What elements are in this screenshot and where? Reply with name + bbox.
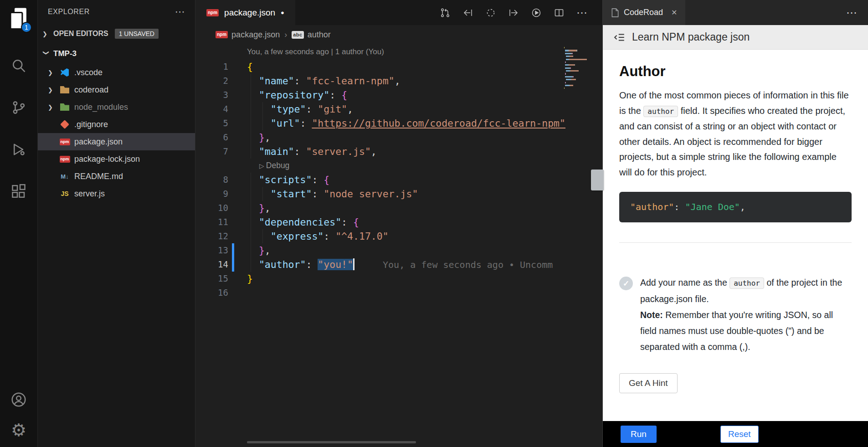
extensions-activity-button[interactable] — [9, 181, 29, 201]
split-editor-icon[interactable] — [553, 7, 565, 19]
close-icon[interactable]: ✕ — [671, 8, 677, 17]
vscode-window: 1 — [0, 0, 868, 447]
breadcrumb-author[interactable]: abc author — [292, 30, 331, 40]
lesson-heading: Author — [619, 63, 852, 80]
explorer-header: EXPLORER ⋯ — [38, 0, 195, 24]
file-item-package-lock.json[interactable]: ❯npmpackage-lock.json — [38, 150, 195, 168]
tutorial-title: Learn NPM package json — [632, 31, 750, 43]
code-line-2[interactable]: 2 "name": "fcc-learn-npm", — [195, 74, 602, 88]
debug-codelens[interactable]: ▷Debug — [259, 159, 602, 173]
panel-tab-bar: CodeRoad ✕ ⋯ — [603, 0, 868, 25]
search-activity-button[interactable] — [9, 56, 29, 76]
file-name: .vscode — [74, 68, 103, 77]
code-line-16[interactable]: 16 — [195, 286, 602, 300]
file-name: README.md — [74, 172, 123, 181]
code-line-12[interactable]: 12 "express": "^4.17.0" — [195, 229, 602, 243]
file-item-server.js[interactable]: ❯JSserver.js — [38, 185, 195, 202]
folder-file-icon — [59, 86, 71, 93]
file-item-coderoad[interactable]: ❯coderoad — [38, 81, 195, 98]
chevron-right-icon: ❯ — [48, 87, 59, 93]
lesson-paragraph: One of the most common pieces of informa… — [619, 88, 852, 180]
file-name: node_modules — [74, 103, 128, 112]
tab-package-json[interactable]: npm package.json ● — [195, 0, 295, 25]
next-change-icon[interactable] — [508, 7, 519, 19]
run-code-icon[interactable] — [530, 7, 542, 19]
code-line-3[interactable]: 3 "repository": { — [195, 88, 602, 102]
folder-node-file-icon — [59, 103, 71, 111]
code-line-4[interactable]: 4 "type": "git", — [195, 102, 602, 116]
breadcrumb-separator: › — [284, 30, 287, 40]
task-note: Note: Remember that you're writing JSON,… — [640, 307, 852, 355]
task-text: Add your name as the author of the proje… — [640, 275, 852, 355]
minimap[interactable] — [564, 47, 587, 93]
explorer-activity-button[interactable]: 1 — [5, 4, 33, 34]
chevron-right-icon: ❯ — [42, 31, 53, 37]
run-debug-activity-button[interactable] — [9, 139, 29, 159]
text-cursor — [353, 258, 354, 270]
file-item-.gitignore[interactable]: ❯.gitignore — [38, 116, 195, 133]
account-icon — [10, 391, 27, 408]
more-actions-icon[interactable]: ⋯ — [576, 7, 588, 19]
scrollbar-handle[interactable] — [591, 170, 604, 190]
file-name: package-lock.json — [74, 154, 140, 164]
extensions-icon — [10, 183, 27, 200]
divider — [619, 242, 852, 243]
circle-outline-icon[interactable] — [485, 7, 497, 19]
code-line-9[interactable]: 9 "start": "node server.js" — [195, 187, 602, 201]
settings-gear-icon[interactable]: ⚙ — [11, 421, 26, 439]
explorer-badge: 1 — [21, 22, 32, 33]
source-control-activity-button[interactable] — [9, 98, 29, 118]
git-file-icon — [59, 121, 71, 128]
editor-tab-bar: npm package.json ● — [195, 0, 602, 25]
tab-coderoad[interactable]: CodeRoad ✕ — [603, 0, 685, 25]
code-line-8[interactable]: 8 "scripts": { — [195, 173, 602, 187]
tutorial-header: Learn NPM package json — [603, 25, 868, 50]
code-line-10[interactable]: 10 }, — [195, 201, 602, 215]
task-item: ✓ Add your name as the author of the pro… — [619, 275, 852, 355]
code-line-1[interactable]: 1{ — [195, 60, 602, 74]
explorer-sidebar: EXPLORER ⋯ ❯ OPEN EDITORS 1 UNSAVED ❯ TM… — [38, 0, 195, 447]
reset-button[interactable]: Reset — [720, 426, 759, 443]
workspace-section[interactable]: ❯ TMP-3 — [38, 44, 195, 64]
open-editors-label: OPEN EDITORS — [53, 30, 108, 38]
code-line-5[interactable]: 5 "url": "https://github.com/coderoad/fc… — [195, 116, 602, 130]
file-item-node_modules[interactable]: ❯node_modules — [38, 98, 195, 116]
code-line-14[interactable]: 14 "author": "you!"You, a few seconds ag… — [195, 257, 602, 272]
inline-code: author — [729, 277, 764, 289]
chevron-right-icon: ❯ — [48, 104, 59, 111]
code-line-15[interactable]: 15} — [195, 272, 602, 286]
npm-icon: npm — [206, 9, 219, 16]
collapse-menu-icon[interactable] — [614, 31, 626, 43]
get-hint-button[interactable]: Get A Hint — [619, 373, 678, 393]
code-editor[interactable]: You, a few seconds ago | 1 author (You) … — [195, 44, 602, 447]
code-line-6[interactable]: 6 }, — [195, 130, 602, 144]
editor-group: npm package.json ● — [195, 0, 602, 447]
previous-change-icon[interactable] — [462, 7, 474, 19]
file-name: .gitignore — [74, 120, 108, 129]
file-item-.vscode[interactable]: ❯.vscode — [38, 64, 195, 81]
file-name: server.js — [74, 189, 105, 199]
chevron-down-icon: ❯ — [43, 50, 50, 57]
code-line-7[interactable]: 7 "main": "server.js", — [195, 144, 602, 159]
breadcrumb: npm package.json › abc author — [195, 25, 602, 44]
coderoad-panel: CodeRoad ✕ ⋯ Learn NPM package json Auth… — [602, 0, 868, 447]
run-button[interactable]: Run — [621, 426, 657, 443]
activity-bar: 1 — [0, 0, 38, 447]
code-line-11[interactable]: 11 "dependencies": { — [195, 215, 602, 229]
account-button[interactable] — [9, 390, 29, 410]
more-actions-icon[interactable]: ⋯ — [846, 6, 857, 19]
open-editors-section[interactable]: ❯ OPEN EDITORS 1 UNSAVED — [38, 24, 195, 44]
explorer-more-actions-icon[interactable]: ⋯ — [175, 6, 185, 18]
workspace-name: TMP-3 — [53, 49, 77, 58]
symbol-string-icon: abc — [292, 31, 303, 39]
code-line-13[interactable]: 13 }, — [195, 243, 602, 257]
gitlens-authors-codelens[interactable]: You, a few seconds ago | 1 author (You) — [247, 44, 602, 60]
file-item-README.md[interactable]: ❯M↓README.md — [38, 168, 195, 185]
file-item-package.json[interactable]: ❯npmpackage.json — [38, 133, 195, 150]
file-name: coderoad — [74, 85, 108, 95]
breadcrumb-package-json[interactable]: npm package.json — [216, 30, 280, 40]
editor-actions: ⋯ — [439, 0, 602, 25]
horizontal-scrollbar[interactable] — [247, 441, 416, 443]
source-control-graph-icon[interactable] — [439, 7, 451, 19]
task-description: Add your name as the author of the proje… — [640, 275, 852, 307]
